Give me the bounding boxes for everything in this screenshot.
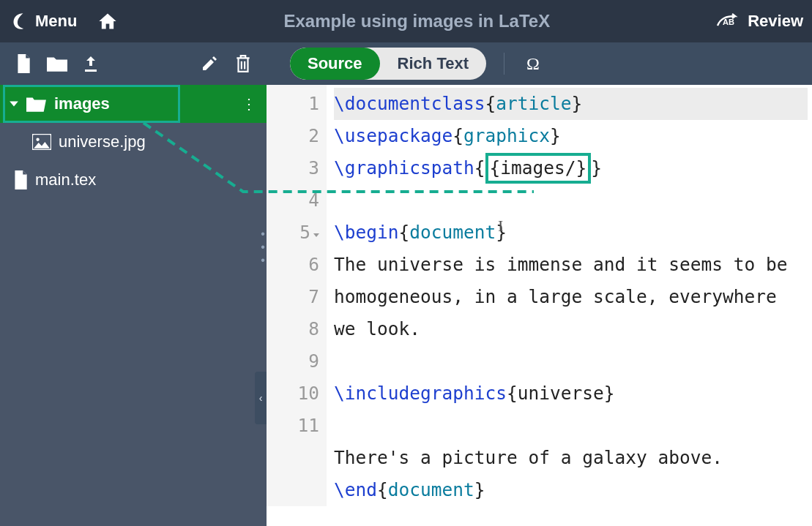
folder-children: universe.jpg	[0, 123, 267, 161]
new-folder-button[interactable]	[47, 53, 67, 74]
file-row-universe-jpg[interactable]: universe.jpg	[32, 123, 267, 161]
code-line[interactable]: \end{document}	[334, 474, 808, 506]
main-area: images ⋮ universe.jpg main.tex ••• ‹ 123…	[0, 85, 812, 526]
file-icon	[13, 170, 28, 189]
line-number: 3	[267, 152, 319, 184]
pencil-icon	[201, 55, 218, 72]
line-number: 7	[267, 281, 319, 313]
line-number-gutter: 1234567891011	[267, 85, 327, 506]
home-button[interactable]	[97, 11, 118, 31]
line-number: 8	[267, 313, 319, 345]
upload-icon	[82, 55, 100, 72]
new-folder-icon	[47, 56, 67, 72]
code-line[interactable]: There's a picture of a galaxy above.	[334, 442, 808, 474]
toolbar: Source Rich Text Ω	[0, 42, 812, 85]
code-line[interactable]: \graphicspath{{images/}}	[334, 152, 808, 184]
kebab-icon: ⋮	[242, 96, 255, 112]
line-number: 1	[267, 88, 319, 120]
menu-label: Menu	[35, 12, 77, 31]
editor-area: ••• ‹ 1234567891011 \documentclass{artic…	[267, 85, 812, 526]
code-line[interactable]: \begin{document}	[334, 217, 808, 249]
code-line[interactable]: The universe is immense and it seems to …	[334, 249, 808, 345]
new-file-icon	[15, 54, 31, 73]
svg-point-2	[36, 138, 39, 141]
line-number: 5	[267, 217, 319, 249]
line-number: 6	[267, 249, 319, 281]
line-number: 9	[267, 345, 319, 377]
annotation-code-highlight: {images/}	[485, 153, 592, 184]
view-mode-toggle: Source Rich Text	[290, 48, 486, 80]
code-line[interactable]: \documentclass{article}	[334, 88, 808, 120]
code-line[interactable]: \includegraphics{universe}	[334, 377, 808, 410]
source-tab[interactable]: Source	[290, 48, 380, 80]
file-row-main-tex[interactable]: main.tex	[0, 161, 267, 199]
menu-button[interactable]: Menu	[9, 12, 77, 31]
home-icon	[97, 11, 118, 31]
folder-row-images[interactable]: images ⋮	[0, 85, 267, 123]
rename-button[interactable]	[199, 53, 220, 74]
folder-menu-button[interactable]: ⋮	[242, 95, 255, 113]
new-file-button[interactable]	[13, 53, 34, 74]
line-number: 11	[267, 410, 319, 442]
delete-button[interactable]	[233, 53, 253, 74]
code-editor[interactable]: 1234567891011 \documentclass{article}\us…	[267, 85, 812, 506]
file-label: main.tex	[35, 170, 96, 189]
overleaf-leaf-icon	[9, 12, 28, 31]
code-line[interactable]	[334, 410, 808, 442]
code-line[interactable]	[334, 184, 808, 217]
svg-text:AB: AB	[723, 18, 734, 26]
folder-open-icon	[26, 96, 47, 112]
folder-label: images	[54, 94, 110, 113]
upload-button[interactable]	[81, 53, 101, 74]
review-button[interactable]: AB Review	[715, 12, 803, 31]
review-icon: AB	[715, 12, 740, 31]
panel-resize-dots[interactable]: •••	[259, 228, 267, 267]
project-title: Example using images in LaTeX	[118, 11, 715, 31]
line-number: 2	[267, 120, 319, 152]
line-number: 4	[267, 184, 319, 217]
top-bar: Menu Example using images in LaTeX AB Re…	[0, 0, 812, 42]
rich-text-tab[interactable]: Rich Text	[380, 48, 486, 80]
code-line[interactable]: \usepackage{graphicx}	[334, 120, 808, 152]
file-tree-sidebar: images ⋮ universe.jpg main.tex	[0, 85, 267, 526]
code-line[interactable]	[334, 345, 808, 377]
separator	[504, 53, 504, 75]
review-label: Review	[748, 12, 803, 31]
line-number: 10	[267, 377, 319, 410]
symbol-palette-button[interactable]: Ω	[522, 54, 544, 74]
panel-collapse-handle[interactable]: ‹	[255, 372, 267, 424]
file-toolbar	[0, 42, 267, 85]
image-icon	[32, 134, 51, 150]
file-label: universe.jpg	[59, 132, 146, 151]
text-caret-icon: I	[498, 217, 503, 236]
chevron-down-icon	[9, 99, 19, 109]
code-body[interactable]: \documentclass{article}\usepackage{graph…	[327, 85, 812, 506]
trash-icon	[235, 54, 251, 73]
editor-toolbar: Source Rich Text Ω	[267, 42, 812, 85]
